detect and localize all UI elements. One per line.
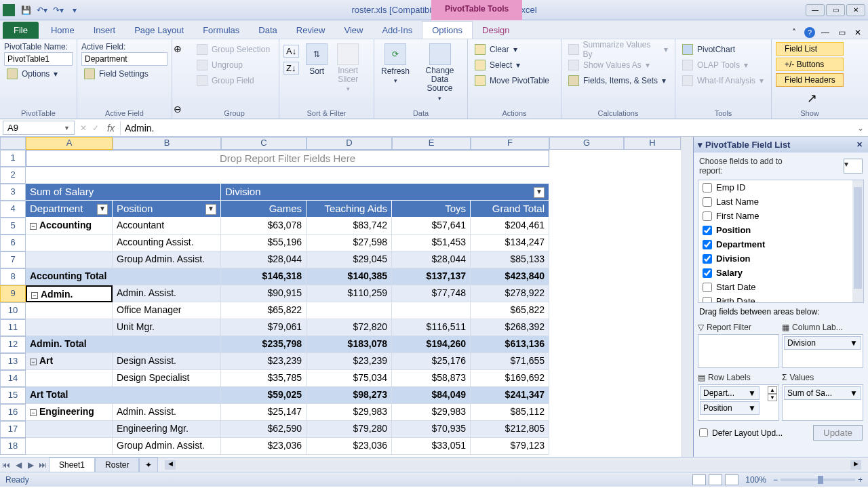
fieldlist-fields[interactable]: Emp IDLast NameFirst NamePositionDepartm… <box>698 180 864 303</box>
tab-view[interactable]: View <box>334 22 372 39</box>
row-spinner[interactable]: ▲▼ <box>768 386 777 401</box>
select-button[interactable]: Select ▾ <box>472 58 557 73</box>
cell[interactable]: $65,822 <box>471 302 549 319</box>
summarize-values-button[interactable]: Summarize Values By ▾ <box>566 42 671 57</box>
chip-sum-salary[interactable]: Sum of Sa...▼ <box>784 386 861 400</box>
column-label[interactable]: Games <box>221 201 307 218</box>
pivottable-name-input[interactable] <box>4 52 73 66</box>
cell[interactable]: $35,785 <box>221 370 307 387</box>
cell[interactable]: $278,922 <box>471 285 549 302</box>
cell[interactable]: $33,051 <box>392 438 471 455</box>
subtotal-row[interactable]: Admin. Total <box>26 336 221 353</box>
sheet-tab-sheet1[interactable]: Sheet1 <box>49 458 95 472</box>
cell[interactable]: $59,025 <box>221 387 307 404</box>
sheet-nav-next[interactable]: ▶ <box>24 460 37 470</box>
field-checkbox[interactable] <box>703 183 712 192</box>
collapse-icon[interactable]: − <box>30 359 37 365</box>
sheet-nav-last[interactable]: ⏭ <box>37 460 49 470</box>
cell[interactable]: $212,805 <box>471 421 549 438</box>
column-header[interactable]: D <box>307 137 392 150</box>
field-item[interactable]: Department <box>698 237 863 251</box>
refresh-button[interactable]: ⟳Refresh▾ <box>378 42 412 85</box>
cell[interactable]: $116,511 <box>392 319 471 336</box>
chip-department[interactable]: Depart...▼ <box>700 386 760 400</box>
cell[interactable]: $55,196 <box>221 235 307 251</box>
new-sheet-button[interactable]: ✦ <box>139 458 158 472</box>
sort-asc-icon[interactable]: A↓ <box>283 45 299 58</box>
whatif-button[interactable]: What-If Analysis ▾ <box>679 73 767 88</box>
help-icon[interactable]: ? <box>804 27 815 38</box>
normal-view-button[interactable] <box>692 474 706 485</box>
sort-button[interactable]: ⇅Sort <box>303 42 330 77</box>
position-header[interactable]: Position▼ <box>113 201 221 218</box>
cell[interactable]: $71,655 <box>471 353 549 370</box>
column-label[interactable]: Grand Total <box>471 201 549 218</box>
cell[interactable]: −Accounting <box>26 218 113 235</box>
row-labels-dropzone[interactable]: Depart...▼ Position▼ ▲▼ <box>698 384 779 421</box>
vertical-scrollbar[interactable] <box>682 137 693 457</box>
cell[interactable] <box>26 302 113 319</box>
cell[interactable]: Engineering Mgr. <box>113 421 221 438</box>
cell[interactable]: $79,061 <box>221 319 307 336</box>
close-button[interactable]: ✕ <box>846 4 865 16</box>
save-icon[interactable]: 💾 <box>19 3 33 17</box>
undo-icon[interactable]: ↶▾ <box>35 3 49 17</box>
cell[interactable]: $28,044 <box>392 251 471 268</box>
cell[interactable]: $57,641 <box>392 218 471 235</box>
tab-options[interactable]: Options <box>422 21 473 39</box>
cell[interactable]: $235,798 <box>221 336 307 353</box>
cell[interactable]: $70,935 <box>392 421 471 438</box>
selected-cell[interactable]: −Admin. <box>26 285 113 302</box>
field-item[interactable]: Position <box>698 223 863 237</box>
page-layout-view-button[interactable] <box>709 474 722 485</box>
pivotchart-button[interactable]: PivotChart <box>679 42 767 57</box>
field-checkbox[interactable] <box>703 240 712 249</box>
cell[interactable]: $25,176 <box>392 353 471 370</box>
cell[interactable]: $58,873 <box>392 370 471 387</box>
row-header[interactable]: 16 <box>0 404 26 421</box>
fieldlist-close-icon[interactable]: ✕ <box>854 140 864 150</box>
report-filter-dropzone-cell[interactable]: Drop Report Filter Fields Here <box>26 150 549 167</box>
values-dropzone[interactable]: Sum of Sa...▼ <box>782 384 863 421</box>
chip-position[interactable]: Position▼ <box>700 401 760 415</box>
spreadsheet-grid[interactable]: ABCDEFGH123456789101112131415161718Drop … <box>0 137 682 457</box>
cell[interactable]: Design Specialist <box>113 370 221 387</box>
cell[interactable]: $110,259 <box>307 285 392 302</box>
column-header[interactable]: E <box>392 137 471 150</box>
group-selection-button[interactable]: Group Selection <box>194 42 275 57</box>
inner-minimize-icon[interactable]: — <box>819 26 831 39</box>
show-values-as-button[interactable]: Show Values As ▾ <box>566 58 671 73</box>
fx-icon[interactable]: fx <box>102 123 120 134</box>
cell[interactable]: $23,036 <box>307 438 392 455</box>
cell[interactable] <box>26 235 113 251</box>
column-label[interactable]: Toys <box>392 201 471 218</box>
sheet-nav-prev[interactable]: ◀ <box>12 460 24 470</box>
cell[interactable]: $613,136 <box>471 336 549 353</box>
tab-home[interactable]: Home <box>41 22 84 39</box>
row-header[interactable]: 10 <box>0 302 26 319</box>
tab-addins[interactable]: Add-Ins <box>372 22 422 39</box>
field-item[interactable]: Start Date <box>698 280 863 294</box>
field-item[interactable]: First Name <box>698 209 863 223</box>
zoom-slider[interactable] <box>781 479 855 481</box>
minimize-button[interactable]: — <box>806 4 825 16</box>
expand-field-icon[interactable]: ⊕ <box>174 43 189 54</box>
field-item[interactable]: Emp ID <box>698 180 863 195</box>
redo-icon[interactable]: ↷▾ <box>52 3 65 17</box>
field-checkbox[interactable] <box>703 283 712 292</box>
cell[interactable]: $29,983 <box>307 404 392 421</box>
cell[interactable]: Group Admin. Assist. <box>113 251 221 268</box>
cell[interactable]: $83,742 <box>307 218 392 235</box>
column-label[interactable]: Teaching Aids <box>307 201 392 218</box>
cell[interactable]: Accounting Assist. <box>113 235 221 251</box>
change-data-source-button[interactable]: Change Data Source▾ <box>416 42 463 103</box>
zoom-out-button[interactable]: − <box>773 475 778 485</box>
division-header[interactable]: Division▼ <box>221 184 549 201</box>
tab-formulas[interactable]: Formulas <box>193 22 249 39</box>
ungroup-button[interactable]: Ungroup <box>194 58 275 73</box>
cell[interactable]: $268,392 <box>471 319 549 336</box>
tab-data[interactable]: Data <box>249 22 286 39</box>
fieldlist-scrollbar[interactable] <box>852 180 863 302</box>
field-list-toggle[interactable]: Field List <box>776 42 844 56</box>
collapse-icon[interactable]: − <box>30 409 37 416</box>
